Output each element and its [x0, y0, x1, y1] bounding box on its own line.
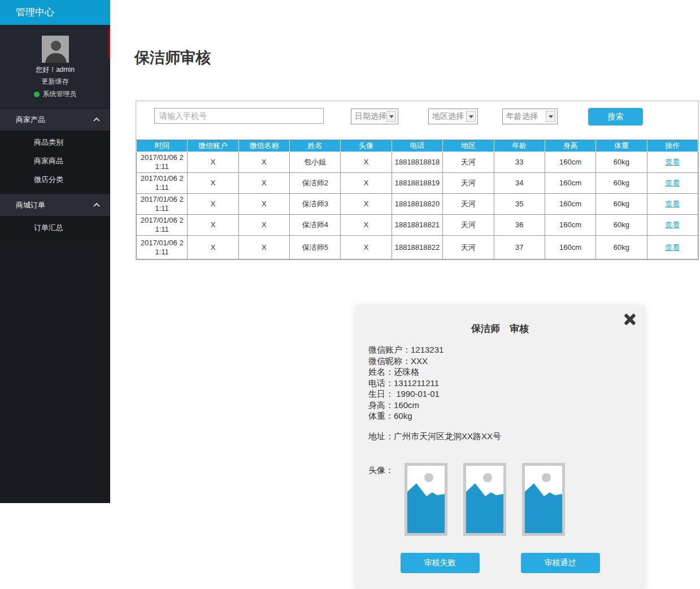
cell-age: 33 — [494, 152, 545, 173]
photo-placeholder — [463, 463, 506, 536]
cell-time: 2017/01/06 21:11 — [137, 215, 188, 236]
avatar-photos-label: 头像： — [368, 463, 394, 536]
cell-action: 查看 — [647, 152, 698, 173]
col-header-height: 身高 — [545, 140, 595, 152]
date-select[interactable]: 日期选择 — [351, 109, 398, 124]
table-row: 2017/01/06 21:11 X X 保洁师2 X 18818818819 … — [137, 173, 698, 194]
sidebar-section-label: 商城订单 — [16, 200, 45, 210]
col-header-age: 年龄 — [494, 140, 545, 152]
search-button[interactable]: 搜索 — [588, 108, 643, 125]
sidebar-section-orders[interactable]: 商城订单 — [0, 193, 110, 216]
col-header-region: 地区 — [443, 140, 494, 152]
update-cache-link[interactable]: 更新缓存 — [0, 77, 110, 86]
cell-wechat-name: X — [238, 152, 289, 173]
dropdown-arrow-icon — [386, 111, 396, 122]
cell-wechat-name: X — [238, 236, 289, 259]
cell-height: 160cm — [545, 215, 595, 236]
col-header-name: 姓名 — [290, 140, 341, 152]
cell-weight: 60kg — [596, 236, 647, 259]
table-row: 2017/01/06 21:11 X X 包小姐 X 18818818818 天… — [137, 152, 698, 173]
user-panel: 您好！admin 更新缓存 系统管理员 — [0, 25, 110, 108]
cell-wechat-name: X — [238, 173, 289, 194]
cell-action: 查看 — [647, 173, 698, 194]
sidebar: 管理中心 您好！admin 更新缓存 系统管理员 商家产品 商品类别 商家商品 … — [0, 0, 110, 503]
image-placeholder-icon — [466, 466, 503, 533]
view-link[interactable]: 查看 — [665, 220, 680, 229]
cell-region: 天河 — [443, 152, 494, 173]
review-fail-button[interactable]: 审核失败 — [401, 553, 480, 573]
cell-time: 2017/01/06 21:11 — [137, 173, 188, 194]
cell-time: 2017/01/06 21:11 — [137, 236, 188, 259]
main-content: 保洁师审核 日期选择 地区选择 年龄选择 搜索 时间 微信账户 — [110, 0, 700, 589]
review-modal: 保洁师 审核 微信账户：1213231 微信昵称：XXX 姓名：还珠格 电话：1… — [356, 305, 644, 589]
sidebar-item-merchant-goods[interactable]: 商家商品 — [0, 151, 110, 170]
sidebar-item-microstore-category[interactable]: 微店分类 — [0, 170, 110, 189]
user-greeting: 您好！admin — [0, 65, 110, 75]
sidebar-item-order-summary[interactable]: 订单汇总 — [0, 218, 110, 237]
table-row: 2017/01/06 21:11 X X 保洁师4 X 18818818821 … — [137, 215, 698, 236]
view-link[interactable]: 查看 — [665, 200, 680, 208]
review-table: 时间 微信账户 微信名称 姓名 头像 电话 地区 年龄 身高 体重 操作 201… — [136, 140, 698, 259]
cell-action: 查看 — [647, 236, 698, 259]
modal-title: 保洁师 审核 — [356, 305, 644, 335]
date-select-value: 日期选择 — [355, 111, 386, 122]
review-pass-button[interactable]: 审核通过 — [521, 553, 600, 573]
col-header-action: 操作 — [647, 140, 698, 152]
cell-wechat-account: X — [188, 173, 238, 194]
modal-detail-fields: 微信账户：1213231 微信昵称：XXX 姓名：还珠格 电话：13112112… — [368, 344, 644, 422]
view-link[interactable]: 查看 — [665, 179, 680, 187]
col-header-phone: 电话 — [392, 140, 442, 152]
cell-weight: 60kg — [596, 173, 647, 194]
view-link[interactable]: 查看 — [665, 243, 680, 252]
app-title: 管理中心 — [0, 0, 110, 25]
sidebar-submenu-products: 商品类别 商家商品 微店分类 — [0, 131, 110, 193]
cell-age: 37 — [494, 236, 545, 259]
user-avatar — [42, 36, 69, 63]
cell-wechat-account: X — [188, 152, 238, 173]
modal-actions: 审核失败 审核通过 — [356, 553, 644, 573]
cell-region: 天河 — [443, 215, 494, 236]
photo-placeholder — [405, 463, 447, 536]
view-link[interactable]: 查看 — [665, 158, 680, 166]
cell-wechat-account: X — [188, 194, 238, 215]
chevron-up-icon — [93, 117, 99, 123]
cell-name: 保洁师3 — [290, 194, 341, 215]
cell-region: 天河 — [443, 173, 494, 194]
cell-age: 36 — [494, 215, 545, 236]
page-title: 保洁师审核 — [134, 47, 211, 68]
cell-avatar: X — [341, 236, 392, 259]
cell-time: 2017/01/06 21:11 — [137, 194, 188, 215]
user-role: 系统管理员 — [0, 89, 110, 99]
col-header-weight: 体重 — [596, 140, 647, 152]
online-status-icon — [34, 92, 40, 97]
filter-bar: 日期选择 地区选择 年龄选择 搜索 — [136, 101, 698, 136]
content-panel: 日期选择 地区选择 年龄选择 搜索 时间 微信账户 微信名称 姓名 头像 — [136, 101, 699, 260]
table-row: 2017/01/06 21:11 X X 保洁师3 X 18818818820 … — [137, 194, 698, 215]
field-phone: 电话：1311211211 — [368, 378, 644, 389]
table-row: 2017/01/06 21:11 X X 保洁师5 X 18818818822 … — [137, 236, 698, 259]
close-icon[interactable] — [623, 313, 637, 326]
modal-photo-section: 头像： — [368, 463, 644, 536]
cell-wechat-name: X — [238, 194, 289, 215]
image-placeholder-icon — [407, 466, 445, 533]
cell-region: 天河 — [443, 194, 494, 215]
col-header-wechat-account: 微信账户 — [188, 140, 238, 152]
cell-avatar: X — [341, 152, 392, 173]
cell-time: 2017/01/06 21:11 — [137, 152, 188, 173]
photo-list — [405, 463, 565, 536]
cell-avatar: X — [341, 215, 392, 236]
dropdown-arrow-icon — [546, 111, 555, 122]
phone-search-input[interactable] — [154, 108, 324, 124]
photo-placeholder — [522, 463, 565, 536]
col-header-avatar: 头像 — [341, 140, 392, 152]
dropdown-arrow-icon — [466, 111, 476, 122]
sidebar-section-products[interactable]: 商家产品 — [0, 108, 110, 131]
cell-action: 查看 — [647, 215, 698, 236]
field-height: 身高：160cm — [368, 400, 644, 411]
field-wechat-account: 微信账户：1213231 — [368, 344, 644, 356]
sidebar-item-product-category[interactable]: 商品类别 — [0, 133, 110, 151]
region-select[interactable]: 地区选择 — [428, 109, 478, 124]
col-header-time: 时间 — [137, 140, 188, 152]
age-select[interactable]: 年龄选择 — [502, 109, 558, 124]
cell-weight: 60kg — [596, 194, 647, 215]
